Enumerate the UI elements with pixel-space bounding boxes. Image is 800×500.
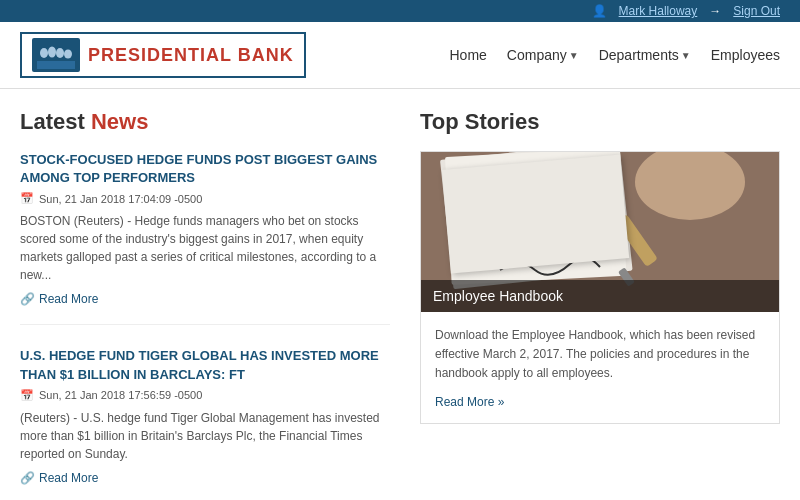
news-excerpt-1: BOSTON (Reuters) - Hedge funds managers … xyxy=(20,212,390,284)
news-item-2: U.S. HEDGE FUND TIGER GLOBAL HAS INVESTE… xyxy=(20,347,390,500)
svg-point-1 xyxy=(40,48,48,58)
top-bar: 👤 Mark Halloway → Sign Out xyxy=(0,0,800,22)
nav-home[interactable]: Home xyxy=(449,47,486,63)
user-name-link[interactable]: Mark Halloway xyxy=(619,4,698,18)
main-content: Latest News STOCK-FOCUSED HEDGE FUNDS PO… xyxy=(0,89,800,500)
read-more-link-2[interactable]: 🔗 Read More xyxy=(20,471,390,485)
logo-icon xyxy=(32,38,80,72)
story-image-caption: Employee Handbook xyxy=(421,280,779,312)
news-item-1: STOCK-FOCUSED HEDGE FUNDS POST BIGGEST G… xyxy=(20,151,390,325)
svg-line-11 xyxy=(460,211,585,216)
news-date-2: 📅 Sun, 21 Jan 2018 17:56:59 -0500 xyxy=(20,389,390,402)
latest-news-section: Latest News STOCK-FOCUSED HEDGE FUNDS PO… xyxy=(20,109,390,500)
svg-line-13 xyxy=(458,235,578,240)
news-title-2: U.S. HEDGE FUND TIGER GLOBAL HAS INVESTE… xyxy=(20,347,390,383)
news-excerpt-2: (Reuters) - U.S. hedge fund Tiger Global… xyxy=(20,409,390,463)
calendar-icon-2: 📅 xyxy=(20,389,34,402)
story-image: Employee Handbook xyxy=(421,152,779,312)
nav-departments[interactable]: Departments xyxy=(599,47,679,63)
story-card: Employee Handbook Download the Employee … xyxy=(420,151,780,424)
svg-line-10 xyxy=(462,199,588,204)
calendar-icon-1: 📅 xyxy=(20,192,34,205)
top-stories-section: Top Stories xyxy=(420,109,780,500)
svg-rect-5 xyxy=(37,61,75,69)
read-more-link-1[interactable]: 🔗 Read More xyxy=(20,292,390,306)
story-description: Download the Employee Handbook, which ha… xyxy=(435,326,765,384)
news-title-1: STOCK-FOCUSED HEDGE FUNDS POST BIGGEST G… xyxy=(20,151,390,187)
top-stories-title: Top Stories xyxy=(420,109,780,135)
departments-chevron-icon: ▼ xyxy=(681,50,691,61)
news-date-1: 📅 Sun, 21 Jan 2018 17:04:09 -0500 xyxy=(20,192,390,205)
svg-point-2 xyxy=(48,47,56,58)
logo: PRESIDENTIAL BANK xyxy=(20,32,306,78)
svg-line-12 xyxy=(460,223,582,228)
svg-line-9 xyxy=(465,187,590,192)
story-body: Download the Employee Handbook, which ha… xyxy=(421,312,779,423)
logo-text: PRESIDENTIAL BANK xyxy=(88,45,294,66)
user-icon: 👤 xyxy=(592,4,607,18)
nav-departments-container: Departments ▼ xyxy=(599,47,691,63)
link-icon-1: 🔗 xyxy=(20,292,35,306)
header: PRESIDENTIAL BANK Home Company ▼ Departm… xyxy=(0,22,800,89)
nav-employees[interactable]: Employees xyxy=(711,47,780,63)
company-chevron-icon: ▼ xyxy=(569,50,579,61)
nav-company[interactable]: Company xyxy=(507,47,567,63)
svg-point-4 xyxy=(64,50,72,59)
sign-out-link[interactable]: Sign Out xyxy=(733,4,780,18)
signout-icon: → xyxy=(709,4,721,18)
story-read-more-link[interactable]: Read More » xyxy=(435,395,504,409)
link-icon-2: 🔗 xyxy=(20,471,35,485)
main-nav: Home Company ▼ Departments ▼ Employees xyxy=(449,47,780,63)
latest-news-title: Latest News xyxy=(20,109,390,135)
svg-point-3 xyxy=(56,48,64,58)
nav-company-container: Company ▼ xyxy=(507,47,579,63)
